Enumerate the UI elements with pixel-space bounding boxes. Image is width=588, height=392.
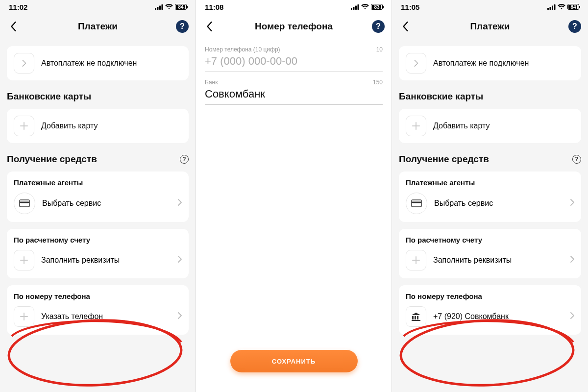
phone-field-limit: 10 xyxy=(376,46,383,53)
card-icon xyxy=(14,193,35,214)
cellular-signal-icon xyxy=(155,4,163,10)
chevron-right-icon xyxy=(14,53,34,74)
battery-icon: 84 xyxy=(175,4,187,10)
phone-field-placeholder: +7 (000) 000-00-00 xyxy=(205,55,383,68)
battery-icon: 84 xyxy=(567,4,579,10)
help-button[interactable]: ? xyxy=(568,20,581,33)
add-card-label: Добавить карту xyxy=(433,122,490,130)
status-time: 11:02 xyxy=(9,3,27,11)
section-bank-cards: Банковские карты xyxy=(7,91,189,102)
svg-rect-5 xyxy=(20,202,29,203)
bank-icon xyxy=(406,306,426,327)
info-icon[interactable]: ? xyxy=(180,155,189,164)
svg-rect-1 xyxy=(157,7,159,10)
panel-agents-action: Выбрать сервис xyxy=(434,199,493,208)
phone-field-label: Номер телефона (10 цифр) xyxy=(205,46,280,53)
screen-phone-form: 11:08 83 Номер телефона ? xyxy=(196,0,392,392)
plus-icon xyxy=(14,116,34,136)
panel-agents-title: Платежные агенты xyxy=(14,178,182,187)
bank-field[interactable]: Банк 150 Совкомбанк xyxy=(205,79,383,105)
nav-bar: Номер телефона ? xyxy=(196,14,392,39)
chevron-right-icon xyxy=(406,53,426,74)
status-time: 11:08 xyxy=(205,3,223,11)
panel-agents[interactable]: Платежные агенты Выбрать сервис xyxy=(399,172,581,222)
bank-field-limit: 150 xyxy=(373,79,383,86)
svg-rect-14 xyxy=(554,4,556,10)
wifi-icon xyxy=(361,4,369,10)
screen-payments-after: 11:05 84 Платежи ? xyxy=(392,0,588,392)
plus-icon xyxy=(14,306,34,327)
svg-rect-8 xyxy=(353,7,355,10)
svg-rect-2 xyxy=(159,5,161,10)
autopay-card[interactable]: Автоплатеж не подключен xyxy=(7,46,189,80)
autopay-label: Автоплатеж не подключен xyxy=(433,59,529,68)
section-receive-funds: Получение средств ? xyxy=(399,154,581,165)
status-bar: 11:05 84 xyxy=(392,0,588,14)
autopay-label: Автоплатеж не подключен xyxy=(41,59,137,68)
svg-rect-16 xyxy=(412,202,421,203)
panel-phone[interactable]: По номеру телефона Указать телефон xyxy=(7,285,189,335)
phone-field[interactable]: Номер телефона (10 цифр) 10 +7 (000) 000… xyxy=(205,46,383,72)
svg-rect-0 xyxy=(155,8,156,10)
panel-phone-value: +7 (920) Совкомбанк xyxy=(433,312,509,321)
panel-account-action: Заполнить реквизиты xyxy=(433,256,512,265)
chevron-right-icon xyxy=(178,256,182,265)
svg-rect-4 xyxy=(20,200,29,207)
page-title: Платежи xyxy=(470,21,510,32)
panel-account-action: Заполнить реквизиты xyxy=(41,256,120,265)
help-button[interactable]: ? xyxy=(176,20,189,33)
svg-rect-9 xyxy=(355,5,357,10)
panel-agents-title: Платежные агенты xyxy=(406,178,574,187)
panel-phone-title: По номеру телефона xyxy=(14,292,182,300)
screen-payments-before: 11:02 84 Платежи ? xyxy=(0,0,196,392)
cellular-signal-icon xyxy=(547,4,556,10)
svg-rect-12 xyxy=(550,7,551,10)
panel-phone[interactable]: По номеру телефона +7 (920) Совкомбанк xyxy=(399,285,581,335)
svg-rect-3 xyxy=(162,4,163,10)
cellular-signal-icon xyxy=(351,4,359,10)
battery-icon: 83 xyxy=(371,4,383,10)
panel-phone-title: По номеру телефона xyxy=(406,292,574,300)
svg-rect-13 xyxy=(552,5,553,10)
add-card-label: Добавить карту xyxy=(41,122,98,130)
nav-bar: Платежи ? xyxy=(0,14,196,39)
plus-icon xyxy=(406,116,426,136)
back-button[interactable] xyxy=(203,20,216,33)
help-button[interactable]: ? xyxy=(372,20,385,33)
info-icon[interactable]: ? xyxy=(572,155,581,164)
section-receive-funds: Получение средств ? xyxy=(7,154,189,165)
svg-rect-15 xyxy=(412,200,421,207)
page-title: Платежи xyxy=(78,21,118,32)
autopay-card[interactable]: Автоплатеж не подключен xyxy=(399,46,581,80)
chevron-right-icon xyxy=(570,312,574,321)
add-card-row[interactable]: Добавить карту xyxy=(399,109,581,143)
status-bar: 11:02 84 xyxy=(0,0,196,14)
card-icon xyxy=(406,193,427,214)
chevron-right-icon xyxy=(178,199,182,208)
nav-bar: Платежи ? xyxy=(392,14,588,39)
panel-phone-action: Указать телефон xyxy=(41,312,103,321)
bank-field-value: Совкомбанк xyxy=(205,88,383,100)
bank-field-label: Банк xyxy=(205,79,218,86)
panel-agents-action: Выбрать сервис xyxy=(42,199,101,208)
back-button[interactable] xyxy=(7,20,20,33)
add-card-row[interactable]: Добавить карту xyxy=(7,109,189,143)
panel-account-title: По расчетному счету xyxy=(14,236,182,244)
panel-account[interactable]: По расчетному счету Заполнить реквизиты xyxy=(7,229,189,278)
status-bar: 11:08 83 xyxy=(196,0,392,14)
chevron-right-icon xyxy=(570,256,574,265)
svg-rect-7 xyxy=(351,8,352,10)
page-title: Номер телефона xyxy=(255,21,333,32)
back-button[interactable] xyxy=(399,20,412,33)
panel-account-title: По расчетному счету xyxy=(406,236,574,244)
panel-account[interactable]: По расчетному счету Заполнить реквизиты xyxy=(399,229,581,278)
panel-agents[interactable]: Платежные агенты Выбрать сервис xyxy=(7,172,189,222)
plus-icon xyxy=(14,250,34,270)
svg-rect-10 xyxy=(358,4,359,10)
plus-icon xyxy=(406,250,426,270)
chevron-right-icon xyxy=(570,199,574,208)
save-button[interactable]: СОХРАНИТЬ xyxy=(230,350,358,372)
svg-rect-11 xyxy=(547,8,549,10)
section-bank-cards: Банковские карты xyxy=(399,91,581,102)
status-time: 11:05 xyxy=(401,3,419,11)
